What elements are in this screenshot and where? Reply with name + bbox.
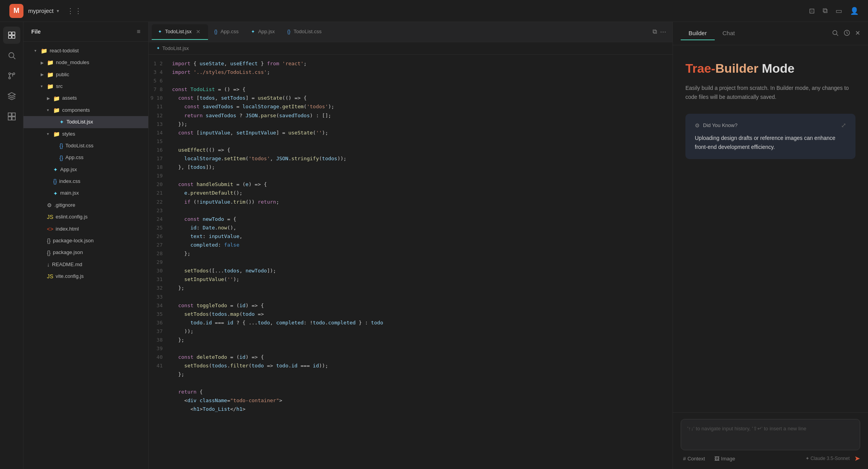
sidebar-item-node-modules[interactable]: ▶ 📁 node_modules [23,57,148,68]
tab-todolist-jsx[interactable]: ✦ TodoList.jsx ✕ [152,24,208,40]
sidebar-item-styles[interactable]: ▾ 📁 styles [23,128,148,140]
sidebar-item-react-todolist[interactable]: ▾ 📁 react-todolist [23,45,148,57]
panel-icon[interactable]: ▭ [836,7,842,15]
activity-bar [0,22,23,469]
titlebar-actions: ⊡ ⧉ ▭ 👤 [809,7,859,15]
sidebar-item-app-jsx[interactable]: ▶ ✦ App.jsx [23,164,148,175]
context-icon: # [683,456,686,462]
svg-point-7 [13,73,15,75]
svg-rect-13 [12,117,15,120]
tab-todolist-css[interactable]: {} TodoList.css [281,24,328,40]
tree-label: src [56,82,63,91]
sidebar-title: File [31,29,41,35]
tab-chat[interactable]: Chat [715,27,743,40]
svg-point-8 [9,77,11,79]
sidebar-item-index-css[interactable]: ▶ {} index.css [23,175,148,187]
sidebar-item-public[interactable]: ▶ 📁 public [23,69,148,81]
tree-label: main.jsx [60,189,79,197]
sidebar-item-components[interactable]: ▾ 📁 components [23,104,148,116]
send-button[interactable]: ➤ [854,454,860,463]
sidebar-item-vite-config[interactable]: ▶ JS vite.config.js [23,270,148,282]
breadcrumb-text: TodoList.jsx [162,45,189,51]
tab-label: TodoList.css [294,29,322,34]
more-actions-icon[interactable]: ⋯ [660,28,666,36]
svg-rect-11 [12,113,15,116]
sidebar-item-assets[interactable]: ▶ 📁 assets [23,93,148,104]
tree-label: assets [62,94,77,102]
activity-extensions[interactable] [3,88,20,105]
sidebar-item-main-jsx[interactable]: ▶ ✦ main.jsx [23,188,148,199]
tab-app-jsx[interactable]: ✦ App.jsx [245,24,281,40]
panel-header-icons: ✕ [832,29,860,38]
editor-actions: ⧉ ⋯ [649,28,669,36]
project-name: myproject [28,7,54,14]
image-button[interactable]: 🖼 Image [712,455,737,463]
app-menu-dots[interactable]: ⋮⋮ [67,7,82,15]
svg-rect-1 [12,32,14,35]
activity-search[interactable] [3,47,20,64]
sidebar-item-src[interactable]: ▾ 📁 src [23,81,148,92]
panel-search-icon[interactable] [832,29,839,38]
tree-label: index.css [59,177,80,186]
svg-rect-2 [8,36,11,38]
tree-label: public [56,71,69,79]
sidebar: File ≡ ▾ 📁 react-todolist ▶ 📁 node_modul… [23,22,149,469]
sidebar-item-readme[interactable]: ▶ ↓ README.md [23,259,148,270]
tab-label: App.jsx [258,29,275,34]
tree-label: react-todolist [50,47,79,55]
tree-label: TodoList.css [65,142,93,150]
sidebar-item-eslint[interactable]: ▶ JS eslint.config.js [23,211,148,223]
tree-label: index.html [56,225,79,233]
tab-close-icon[interactable]: ✕ [195,29,202,35]
builder-description: Easily build a project from scratch. In … [685,84,855,101]
builder-title-trae: Trae- [685,61,715,75]
tree-label: package-lock.json [53,237,93,245]
tree-label: styles [62,130,75,138]
sidebar-item-todolist-css[interactable]: ▶ {} TodoList.css [23,140,148,152]
split-editor-icon[interactable]: ⧉ [653,28,657,36]
tab-app-css[interactable]: {} App.css [208,24,245,40]
panel-close-icon[interactable]: ✕ [855,29,860,38]
account-icon[interactable]: 👤 [850,7,859,15]
tab-builder[interactable]: Builder [681,27,715,40]
breadcrumb-icon: ✦ [156,46,160,51]
tree-label: .gitignore [54,201,75,209]
sidebar-item-package-lock[interactable]: ▶ {} package-lock.json [23,235,148,247]
chat-tab-label: Chat [723,30,735,36]
svg-point-14 [833,30,837,35]
svg-rect-10 [8,113,11,116]
tree-label: components [62,106,90,115]
split-icon[interactable]: ⧉ [823,7,828,15]
tree-label: package.json [53,249,83,257]
sidebar-item-app-css[interactable]: ▶ {} App.css [23,152,148,164]
activity-git[interactable] [3,67,20,84]
tree-label: README.md [52,261,82,269]
did-you-know-expand-icon[interactable]: ⤢ [841,122,846,129]
project-chevron: ▾ [57,8,59,14]
code-content[interactable]: import { useState, useEffect } from 'rea… [169,55,673,469]
builder-content: Trae-Builder Mode Easily build a project… [673,45,868,412]
sidebar-item-index-html[interactable]: ▶ <> index.html [23,223,148,235]
tree-label: eslint.config.js [56,213,88,221]
main-layout: File ≡ ▾ 📁 react-todolist ▶ 📁 node_modul… [0,22,868,469]
right-panel-header: Builder Chat [673,22,868,45]
sidebar-item-gitignore[interactable]: ▶ ⚙ .gitignore [23,199,148,211]
builder-tab-label: Builder [689,30,707,36]
layout-icon[interactable]: ⊡ [809,7,815,15]
tree-label: App.css [65,154,83,162]
panel-history-icon[interactable] [843,29,850,38]
sidebar-item-todolist-jsx[interactable]: ▶ ✦ TodoList.jsx [23,116,148,128]
sidebar-settings-icon[interactable]: ≡ [137,28,140,35]
activity-grid[interactable] [3,108,20,125]
builder-title-builder: Builder [715,61,758,75]
tree-label: TodoList.jsx [66,118,93,126]
tree-label: vite.config.js [56,272,84,281]
context-button[interactable]: # Context [681,455,707,463]
project-selector[interactable]: myproject ▾ [28,7,59,14]
sidebar-item-package-json[interactable]: ▶ {} package.json [23,247,148,259]
chat-input-box[interactable]: '↑↓' to navigate input history, '⇧↵' to … [681,419,860,450]
svg-line-5 [13,57,15,59]
activity-explorer[interactable] [3,27,20,44]
builder-title-mode: Mode [759,61,794,75]
line-numbers: 1 2 3 4 5 6 7 8 9 10 11 12 13 14 15 16 1… [149,55,169,469]
